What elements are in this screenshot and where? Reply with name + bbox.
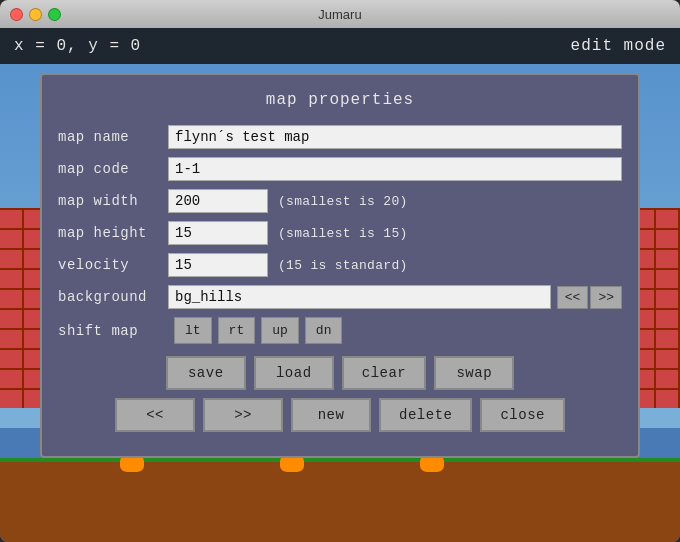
background-input[interactable] <box>168 285 551 309</box>
maximize-window-btn[interactable] <box>48 8 61 21</box>
ground <box>0 462 680 542</box>
map-code-input[interactable] <box>168 157 622 181</box>
map-width-hint: (smallest is 20) <box>278 194 408 209</box>
swap-button[interactable]: swap <box>434 356 514 390</box>
prev-map-button[interactable]: << <box>115 398 195 432</box>
shift-map-label: shift map <box>58 323 168 339</box>
map-height-hint: (smallest is 15) <box>278 226 408 241</box>
shift-lt-button[interactable]: lt <box>174 317 212 344</box>
save-button[interactable]: save <box>166 356 246 390</box>
velocity-hint: (15 is standard) <box>278 258 408 273</box>
game-background: x = 0, y = 0 edit mode map properties ma… <box>0 28 680 542</box>
map-name-input[interactable] <box>168 125 622 149</box>
map-name-row: map name <box>58 125 622 149</box>
bg-arrow-group: << >> <box>557 286 622 309</box>
map-height-input[interactable] <box>168 221 268 245</box>
delete-button[interactable]: delete <box>379 398 472 432</box>
map-code-label: map code <box>58 161 168 177</box>
window-controls <box>10 8 61 21</box>
background-label: background <box>58 289 168 305</box>
map-width-label: map width <box>58 193 168 209</box>
window: Jumaru x = 0, y = 0 edit mode map proper… <box>0 0 680 542</box>
map-properties-dialog: map properties map name map code map wid… <box>40 73 640 458</box>
dialog-title: map properties <box>58 91 622 109</box>
shift-rt-button[interactable]: rt <box>218 317 256 344</box>
map-name-label: map name <box>58 129 168 145</box>
velocity-input[interactable] <box>168 253 268 277</box>
map-width-row: map width (smallest is 20) <box>58 189 622 213</box>
map-height-row: map height (smallest is 15) <box>58 221 622 245</box>
map-width-input[interactable] <box>168 189 268 213</box>
map-code-row: map code <box>58 157 622 181</box>
bg-prev-button[interactable]: << <box>557 286 589 309</box>
action-row-1: save load clear swap <box>58 356 622 390</box>
next-map-button[interactable]: >> <box>203 398 283 432</box>
bg-next-button[interactable]: >> <box>590 286 622 309</box>
close-button[interactable]: close <box>480 398 565 432</box>
top-bar: x = 0, y = 0 edit mode <box>0 28 680 64</box>
background-row: background << >> <box>58 285 622 309</box>
load-button[interactable]: load <box>254 356 334 390</box>
new-button[interactable]: new <box>291 398 371 432</box>
action-row-2: << >> new delete close <box>58 398 622 432</box>
velocity-label: velocity <box>58 257 168 273</box>
shift-map-row: shift map lt rt up dn <box>58 317 622 344</box>
velocity-row: velocity (15 is standard) <box>58 253 622 277</box>
clear-button[interactable]: clear <box>342 356 427 390</box>
edit-mode-label: edit mode <box>571 37 666 55</box>
title-bar: Jumaru <box>0 0 680 28</box>
shift-up-button[interactable]: up <box>261 317 299 344</box>
map-height-label: map height <box>58 225 168 241</box>
shift-dn-button[interactable]: dn <box>305 317 343 344</box>
minimize-window-btn[interactable] <box>29 8 42 21</box>
close-window-btn[interactable] <box>10 8 23 21</box>
coordinates: x = 0, y = 0 <box>14 37 141 55</box>
window-title: Jumaru <box>318 7 361 22</box>
